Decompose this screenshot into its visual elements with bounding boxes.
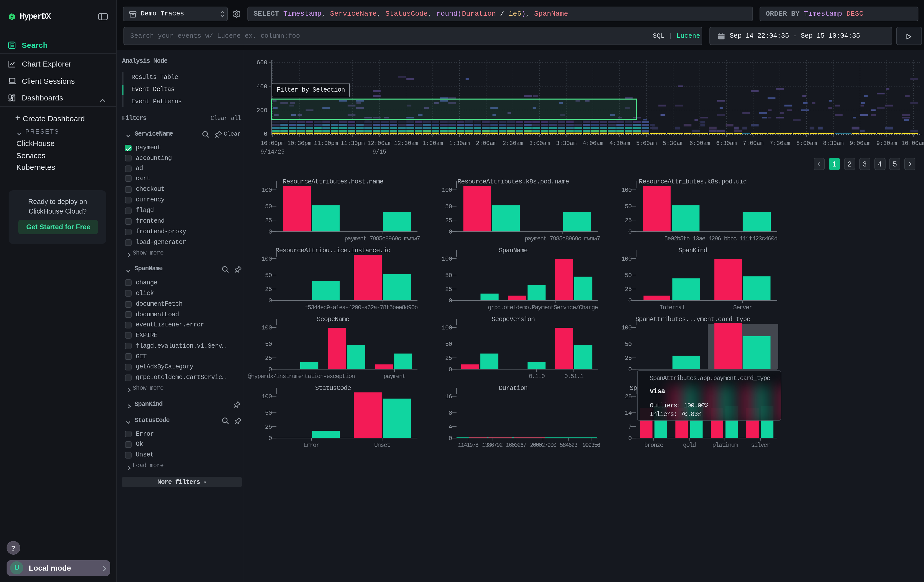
svg-text:gold: gold xyxy=(683,442,696,448)
svg-text:0: 0 xyxy=(269,229,272,235)
svg-text:50: 50 xyxy=(445,341,452,348)
svg-text:payment-7985c8969c-mwmw7: payment-7985c8969c-mwmw7 xyxy=(345,235,420,242)
svg-text:50: 50 xyxy=(265,341,272,348)
svg-text:1:00am: 1:00am xyxy=(422,140,443,147)
svg-text:Error: Error xyxy=(304,442,320,448)
svg-text:100: 100 xyxy=(442,325,452,331)
svg-text:Server: Server xyxy=(733,304,752,311)
svg-text:5:30am: 5:30am xyxy=(663,140,684,147)
svg-text:@hyperdx/instrumentation-excep: @hyperdx/instrumentation-exception xyxy=(248,373,355,380)
svg-text:28: 28 xyxy=(625,393,632,400)
svg-text:0: 0 xyxy=(629,297,632,304)
svg-text:1600267: 1600267 xyxy=(506,442,526,448)
svg-text:ScopeVersion: ScopeVersion xyxy=(491,315,535,323)
svg-text:ResourceAttributes.host.name: ResourceAttributes.host.name xyxy=(283,178,384,185)
svg-text:200027900: 200027900 xyxy=(530,442,556,448)
svg-text:10:30pm: 10:30pm xyxy=(287,140,311,147)
svg-text:100: 100 xyxy=(622,256,632,262)
svg-text:7: 7 xyxy=(629,423,632,430)
svg-text:0: 0 xyxy=(449,435,452,442)
svg-text:9/15: 9/15 xyxy=(373,149,386,155)
svg-text:SpanName: SpanName xyxy=(499,247,528,254)
svg-text:StatusCode: StatusCode xyxy=(315,384,351,392)
svg-text:ResourceAttribu..ice.instance.: ResourceAttribu..ice.instance.id xyxy=(276,247,390,254)
svg-text:0: 0 xyxy=(269,435,272,442)
svg-text:ResourceAttributes.k8s.pod.uid: ResourceAttributes.k8s.pod.uid xyxy=(639,178,747,185)
svg-text:16: 16 xyxy=(445,393,452,400)
svg-text:100: 100 xyxy=(442,187,452,194)
svg-text:9:00am: 9:00am xyxy=(850,140,870,147)
svg-text:50: 50 xyxy=(265,409,272,416)
svg-text:4: 4 xyxy=(449,423,452,430)
svg-text:12:30am: 12:30am xyxy=(394,140,418,147)
svg-text:7:30am: 7:30am xyxy=(770,140,790,147)
svg-text:3:30am: 3:30am xyxy=(556,140,577,147)
svg-text:100: 100 xyxy=(442,256,452,262)
svg-text:584623: 584623 xyxy=(560,442,578,448)
svg-text:9:30am: 9:30am xyxy=(876,140,897,147)
svg-text:6:00am: 6:00am xyxy=(690,140,710,147)
svg-text:100: 100 xyxy=(262,187,272,194)
svg-text:50: 50 xyxy=(265,272,272,279)
svg-text:5e02b5fb-13ae-4296-bbbc-111f42: 5e02b5fb-13ae-4296-bbbc-111f423c460d xyxy=(664,235,777,242)
svg-text:100: 100 xyxy=(262,393,272,400)
svg-text:11:00pm: 11:00pm xyxy=(314,140,338,147)
svg-text:Internal: Internal xyxy=(660,304,685,311)
svg-text:0: 0 xyxy=(629,435,632,442)
svg-text:50: 50 xyxy=(445,203,452,210)
svg-text:Unset: Unset xyxy=(375,442,390,448)
svg-text:10:00am: 10:00am xyxy=(901,140,924,147)
svg-text:25: 25 xyxy=(625,217,632,224)
svg-text:100: 100 xyxy=(262,256,272,262)
svg-text:50: 50 xyxy=(445,272,452,279)
svg-text:f5344ec9-a1ea-4290-a62a-78f5be: f5344ec9-a1ea-4290-a62a-78f5bee8d90b xyxy=(305,304,418,311)
svg-text:25: 25 xyxy=(265,286,272,293)
svg-text:bronze: bronze xyxy=(644,442,663,448)
svg-text:50: 50 xyxy=(625,203,632,210)
svg-text:10:00pm: 10:00pm xyxy=(261,140,285,147)
svg-text:12:00am: 12:00am xyxy=(367,140,391,147)
svg-text:0: 0 xyxy=(629,366,632,373)
svg-text:payment-7985c8969c-mwmw7: payment-7985c8969c-mwmw7 xyxy=(525,235,600,242)
svg-text:100: 100 xyxy=(622,187,632,194)
svg-text:5:00am: 5:00am xyxy=(636,140,657,147)
svg-text:0: 0 xyxy=(264,131,267,138)
svg-text:999356: 999356 xyxy=(582,442,600,448)
svg-text:6:30am: 6:30am xyxy=(716,140,737,147)
svg-text:50: 50 xyxy=(625,272,632,279)
svg-text:0: 0 xyxy=(269,297,272,304)
svg-text:0: 0 xyxy=(269,366,272,373)
svg-text:25: 25 xyxy=(445,286,452,293)
svg-text:0.51.1: 0.51.1 xyxy=(564,373,583,380)
svg-text:14: 14 xyxy=(625,409,632,416)
svg-text:4:00am: 4:00am xyxy=(583,140,604,147)
svg-text:25: 25 xyxy=(265,217,272,224)
svg-text:50: 50 xyxy=(625,341,632,348)
svg-text:0.1.0: 0.1.0 xyxy=(528,373,544,380)
svg-text:4:30am: 4:30am xyxy=(609,140,630,147)
svg-text:100: 100 xyxy=(622,325,632,331)
svg-text:8:00am: 8:00am xyxy=(796,140,817,147)
svg-text:11:30pm: 11:30pm xyxy=(341,140,365,147)
svg-text:2:30am: 2:30am xyxy=(502,140,523,147)
svg-text:grpc.oteldemo.PaymentService/C: grpc.oteldemo.PaymentService/Charge xyxy=(488,304,598,311)
svg-text:ScopeName: ScopeName xyxy=(317,315,350,323)
svg-text:25: 25 xyxy=(625,286,632,293)
svg-text:1:30am: 1:30am xyxy=(449,140,470,147)
svg-text:0: 0 xyxy=(629,229,632,235)
svg-text:25: 25 xyxy=(445,217,452,224)
svg-text:25: 25 xyxy=(445,355,452,362)
svg-text:8:30am: 8:30am xyxy=(823,140,844,147)
svg-text:SpanKind: SpanKind xyxy=(678,247,708,254)
svg-text:8: 8 xyxy=(449,409,452,416)
svg-text:25: 25 xyxy=(625,355,632,362)
svg-text:silver: silver xyxy=(751,442,770,448)
svg-text:100: 100 xyxy=(262,325,272,331)
svg-text:50: 50 xyxy=(265,203,272,210)
svg-text:1386792: 1386792 xyxy=(482,442,502,448)
svg-text:200: 200 xyxy=(257,107,267,114)
svg-text:0: 0 xyxy=(449,366,452,373)
svg-text:1141978: 1141978 xyxy=(458,442,478,448)
svg-text:400: 400 xyxy=(257,83,267,90)
svg-text:2:00am: 2:00am xyxy=(476,140,497,147)
